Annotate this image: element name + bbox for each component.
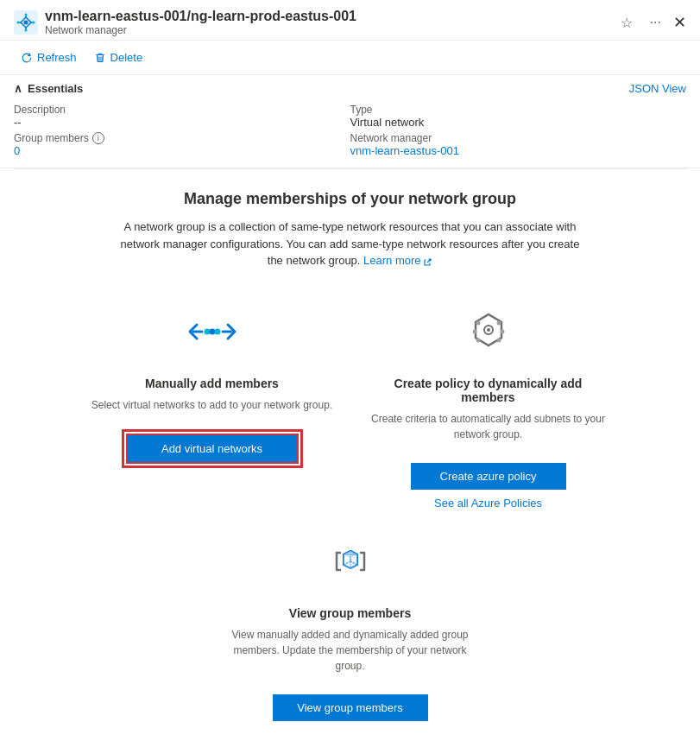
cards-row: Manually add members Select virtual netw… xyxy=(35,297,665,510)
essentials-label: Essentials xyxy=(28,82,83,95)
manage-title: Manage memberships of your network group xyxy=(35,190,665,208)
type-value: Virtual network xyxy=(350,116,687,129)
json-view-link[interactable]: JSON View xyxy=(629,82,686,95)
refresh-icon xyxy=(21,52,33,64)
essentials-col-right: Type Virtual network Network manager vnm… xyxy=(350,104,687,157)
page-title: vnm-learn-eastus-001/ng-learn-prod-eastu… xyxy=(45,9,356,24)
create-policy-icon xyxy=(454,297,523,366)
svg-rect-8 xyxy=(101,56,102,60)
type-label: Type xyxy=(350,104,687,116)
svg-point-19 xyxy=(476,338,480,342)
svg-rect-6 xyxy=(98,56,98,60)
view-group-members-title: View group members xyxy=(289,606,411,620)
view-group-members-button[interactable]: View group members xyxy=(273,694,428,721)
network-manager-icon xyxy=(14,10,38,35)
network-manager-value[interactable]: vnm-learn-eastus-001 xyxy=(350,144,687,157)
svg-point-14 xyxy=(496,320,501,325)
manually-add-title: Manually add members xyxy=(145,377,279,390)
refresh-label: Refresh xyxy=(37,51,77,64)
svg-point-9 xyxy=(204,328,210,334)
chevron-up-icon: ∧ xyxy=(14,82,22,95)
network-manager-field: Network manager vnm-learn-eastus-001 xyxy=(350,132,687,157)
essentials-grid: Description -- Group members i 0 Type Vi… xyxy=(14,104,686,157)
more-options-button[interactable]: ··· xyxy=(645,13,666,32)
svg-rect-7 xyxy=(99,56,100,60)
svg-point-2 xyxy=(17,22,20,24)
group-members-label: Group members xyxy=(14,132,89,144)
main-content: Manage memberships of your network group… xyxy=(0,169,700,741)
title-bar: vnm-learn-eastus-001/ng-learn-prod-eastu… xyxy=(0,0,700,41)
manage-description: A network group is a collection of same-… xyxy=(117,218,583,269)
view-group-members-icon xyxy=(316,527,385,596)
group-members-label-row: Group members i xyxy=(14,132,350,144)
svg-point-18 xyxy=(472,329,476,333)
learn-more-link[interactable]: Learn more xyxy=(363,254,432,267)
group-members-field: Group members i 0 xyxy=(14,132,350,157)
essentials-header: ∧ Essentials JSON View xyxy=(14,82,686,95)
svg-point-5 xyxy=(25,29,28,32)
svg-point-16 xyxy=(496,338,501,342)
create-policy-title: Create policy to dynamically add members xyxy=(368,377,609,404)
svg-point-15 xyxy=(500,329,504,333)
svg-point-3 xyxy=(33,22,35,24)
manually-add-card: Manually add members Select virtual netw… xyxy=(91,297,333,510)
svg-point-10 xyxy=(209,328,215,334)
close-button[interactable]: ✕ xyxy=(673,13,686,32)
essentials-section: ∧ Essentials JSON View Description -- Gr… xyxy=(0,75,700,168)
view-group-members-card: View group members View manually added a… xyxy=(35,527,665,721)
type-field: Type Virtual network xyxy=(350,104,687,129)
essentials-title: ∧ Essentials xyxy=(14,82,83,95)
create-policy-card: Create policy to dynamically add members… xyxy=(368,297,609,510)
create-policy-desc: Create criteria to automatically add sub… xyxy=(368,411,609,442)
group-members-value[interactable]: 0 xyxy=(14,144,350,157)
essentials-col-left: Description -- Group members i 0 xyxy=(14,104,350,157)
title-actions: ☆ ··· ✕ xyxy=(615,13,686,33)
manually-add-desc: Select virtual networks to add to your n… xyxy=(91,397,332,413)
title-left: vnm-learn-eastus-001/ng-learn-prod-eastu… xyxy=(14,9,356,36)
delete-icon xyxy=(94,52,106,64)
view-group-members-desc: View manually added and dynamically adde… xyxy=(221,627,480,674)
svg-point-13 xyxy=(487,328,490,332)
description-value: -- xyxy=(14,116,350,129)
network-manager-label: Network manager xyxy=(350,132,687,144)
description-field: Description -- xyxy=(14,104,350,129)
delete-button[interactable]: Delete xyxy=(87,48,150,67)
page-subtitle: Network manager xyxy=(45,24,356,36)
svg-point-4 xyxy=(25,14,28,16)
refresh-button[interactable]: Refresh xyxy=(14,48,84,67)
external-link-icon xyxy=(424,257,432,266)
see-all-azure-policies-link[interactable]: See all Azure Policies xyxy=(434,497,542,510)
title-text: vnm-learn-eastus-001/ng-learn-prod-eastu… xyxy=(45,9,356,36)
manually-add-icon xyxy=(178,297,247,366)
svg-point-17 xyxy=(476,320,480,325)
delete-label: Delete xyxy=(110,51,143,64)
description-label: Description xyxy=(14,104,350,116)
toolbar: Refresh Delete xyxy=(0,41,700,75)
create-azure-policy-button[interactable]: Create azure policy xyxy=(411,463,566,490)
add-virtual-networks-button[interactable]: Add virtual networks xyxy=(126,434,299,464)
svg-point-1 xyxy=(24,21,28,25)
favorite-button[interactable]: ☆ xyxy=(615,13,638,33)
group-members-info-icon[interactable]: i xyxy=(92,132,104,144)
svg-point-11 xyxy=(214,328,220,334)
